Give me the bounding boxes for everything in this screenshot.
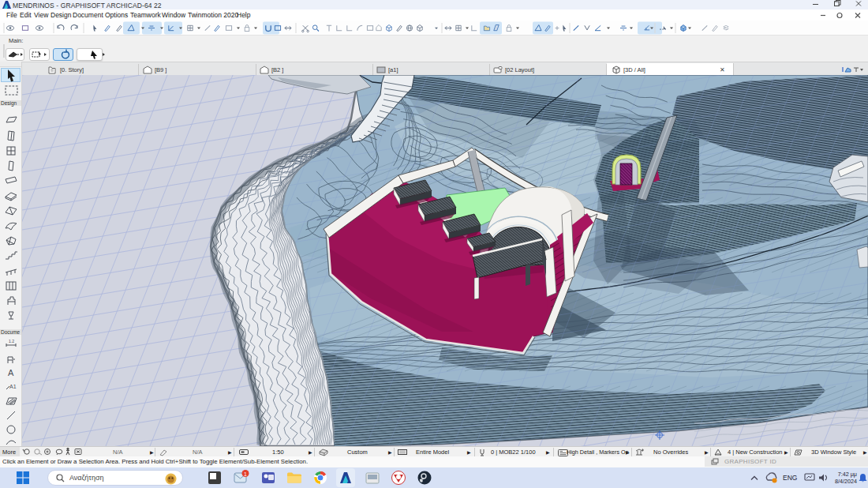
svg-text:A: A [8, 368, 14, 377]
svg-text:A1: A1 [9, 384, 17, 389]
svg-text:1.2: 1.2 [9, 339, 14, 343]
svg-text:1: 1 [244, 471, 247, 477]
